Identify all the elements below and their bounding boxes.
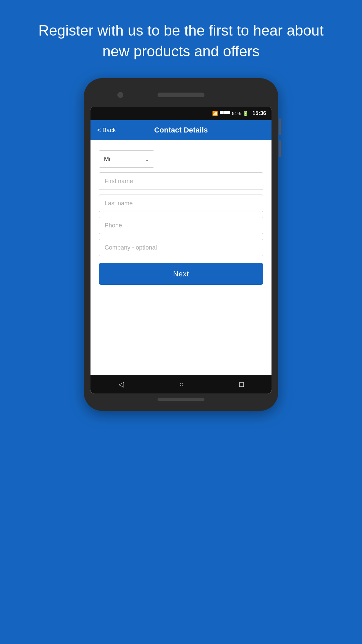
battery-percent: 54% (232, 111, 241, 116)
next-button[interactable]: Next (99, 263, 263, 285)
status-time: 15:36 (252, 110, 266, 116)
phone-screen: 📶 ▀▀▀ 54% 🔋 15:36 < Back Contact Details… (90, 107, 272, 393)
phone-top-hardware (90, 85, 272, 105)
nav-home-icon[interactable]: ○ (179, 380, 184, 389)
phone-device: 📶 ▀▀▀ 54% 🔋 15:36 < Back Contact Details… (84, 78, 278, 411)
status-icons: 📶 ▀▀▀ 54% 🔋 15:36 (212, 110, 266, 116)
speaker-grille (158, 93, 204, 97)
signal-icon: ▀▀▀ (220, 111, 230, 116)
first-name-input[interactable] (99, 172, 263, 190)
nav-recents-icon[interactable]: □ (239, 380, 244, 389)
phone-input[interactable] (99, 217, 263, 234)
side-button-volume-down (279, 140, 281, 157)
back-button-label: < Back (97, 127, 116, 134)
phone-chin-bar (158, 398, 204, 401)
back-button[interactable]: < Back (97, 127, 116, 134)
nav-back-icon[interactable]: ◁ (118, 380, 124, 389)
title-selected-value: Mr (104, 156, 111, 163)
form-spacer (99, 289, 263, 365)
promo-headline: Register with us to be the first to hear… (0, 0, 362, 78)
company-input[interactable] (99, 239, 263, 256)
side-button-volume-up (279, 118, 281, 135)
page-title: Contact Details (154, 126, 208, 135)
title-dropdown[interactable]: Mr ⌄ (99, 150, 154, 168)
app-header: < Back Contact Details (90, 120, 272, 140)
last-name-input[interactable] (99, 195, 263, 212)
battery-icon: 🔋 (243, 111, 248, 116)
android-nav-bar: ◁ ○ □ (90, 375, 272, 393)
wifi-icon: 📶 (212, 111, 218, 116)
status-bar: 📶 ▀▀▀ 54% 🔋 15:36 (90, 107, 272, 120)
front-camera (117, 92, 123, 98)
contact-form: Mr ⌄ Next (90, 140, 272, 375)
chevron-down-icon: ⌄ (145, 156, 149, 162)
